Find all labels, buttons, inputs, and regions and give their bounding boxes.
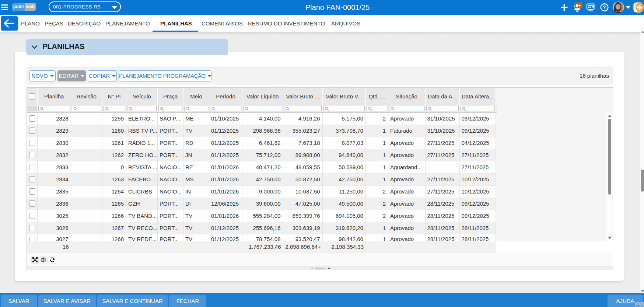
svg-text:9+: 9+ [576, 3, 582, 8]
